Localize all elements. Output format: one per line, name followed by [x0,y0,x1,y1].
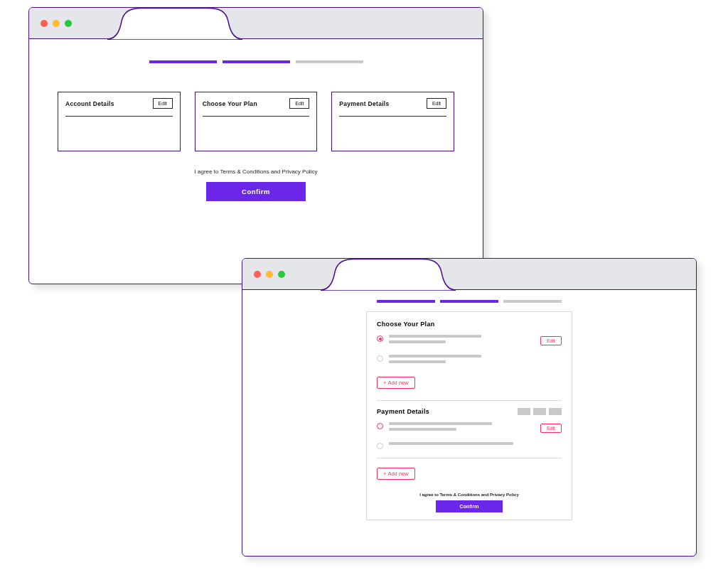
add-new-label: Add new [387,380,408,386]
edit-button[interactable]: Edit [289,98,309,109]
divider [65,116,173,117]
step-3 [296,60,363,63]
payment-details-card: Payment Details Edit [331,92,454,151]
divider [377,400,562,401]
option-text-placeholder [389,335,535,346]
edit-button[interactable]: Edit [153,98,173,109]
window-controls [254,271,285,278]
add-new-label: Add new [387,471,408,477]
account-details-card: Account Details Edit [58,92,181,151]
add-new-payment-button[interactable]: + Add new [377,468,415,480]
edit-button[interactable]: Edit [540,336,562,345]
maximize-icon[interactable] [65,20,72,27]
plus-icon: + [383,380,386,386]
titlebar [29,8,483,39]
progress-stepper [264,300,675,303]
terms-text[interactable]: I agree to Terms & Conditions and Privac… [58,168,454,175]
plan-option-1[interactable]: Edit [377,335,562,346]
card-title: Choose Your Plan [203,100,257,107]
choose-plan-title: Choose Your Plan [377,321,562,328]
maximize-icon[interactable] [278,271,285,278]
card-brand-icon [518,408,530,415]
edit-button[interactable]: Edit [540,424,562,433]
option-text-placeholder [389,442,562,448]
confirm-button[interactable]: Confirm [206,182,306,201]
payment-option-1[interactable]: Edit [377,422,562,434]
option-text-placeholder [389,422,535,434]
add-new-plan-button[interactable]: + Add new [377,377,415,389]
browser-tab[interactable] [321,258,456,291]
plan-option-2[interactable] [377,355,562,366]
step-2 [223,60,290,63]
card-brand-icon [533,408,546,415]
card-title: Payment Details [339,100,389,107]
card-brand-icons [518,408,562,415]
browser-window-summary: Account Details Edit Choose Your Plan Ed… [28,7,483,284]
checkout-panel: Choose Your Plan Edit + Add new [366,311,572,520]
step-2 [440,300,498,303]
minimize-icon[interactable] [266,271,273,278]
card-title: Account Details [65,100,114,107]
divider [203,116,310,117]
radio-icon[interactable] [377,443,383,449]
step-3 [503,300,562,303]
progress-stepper [58,60,454,63]
step-1 [149,60,217,63]
content-area: Choose Your Plan Edit + Add new [242,290,696,527]
confirm-button[interactable]: Confirm [436,500,503,512]
card-brand-icon [549,408,562,415]
divider [339,116,446,117]
edit-button[interactable]: Edit [427,98,446,109]
content-area: Account Details Edit Choose Your Plan Ed… [29,39,483,215]
close-icon[interactable] [254,271,261,278]
payment-option-2[interactable] [377,442,562,449]
payment-details-title: Payment Details [377,408,429,415]
plus-icon: + [383,471,386,477]
divider [377,458,562,458]
radio-icon[interactable] [377,355,383,362]
window-controls [41,20,72,27]
minimize-icon[interactable] [53,20,60,27]
step-1 [377,300,435,303]
choose-plan-card: Choose Your Plan Edit [195,92,318,151]
summary-cards: Account Details Edit Choose Your Plan Ed… [58,92,454,151]
titlebar [242,259,696,290]
radio-selected-icon[interactable] [377,335,383,342]
radio-icon[interactable] [377,423,383,429]
option-text-placeholder [389,355,562,366]
browser-tab[interactable] [107,7,242,40]
browser-window-detail: Choose Your Plan Edit + Add new [242,258,697,557]
terms-text[interactable]: I agree to Terms & Conditions and Privac… [377,493,562,497]
close-icon[interactable] [41,20,48,27]
